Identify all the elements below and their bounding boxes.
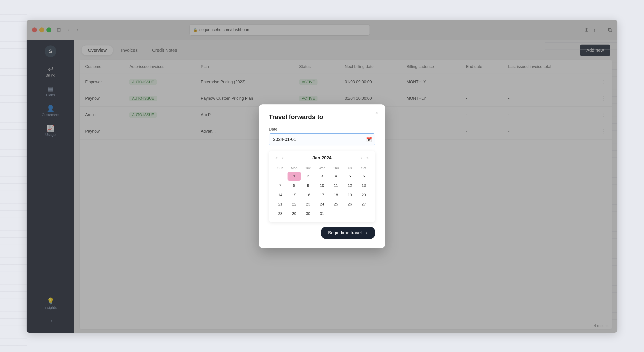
calendar-day-empty [343,209,357,218]
calendar-nav-prev: « ‹ [274,155,285,161]
calendar-grid: SunMonTueWedThuFriSat1234567891011121314… [274,165,370,218]
calendar-day[interactable]: 14 [274,191,287,200]
calendar-day-header: Sun [274,165,287,171]
calendar-day[interactable]: 17 [315,191,329,200]
calendar-day[interactable]: 20 [357,191,370,200]
calendar-day[interactable]: 1 [288,172,301,181]
calendar-day-header: Wed [315,165,329,171]
calendar-day[interactable]: 3 [315,172,329,181]
begin-button-label: Begin time travel [328,230,362,235]
calendar-day[interactable]: 22 [288,200,301,209]
calendar-day[interactable]: 24 [315,200,329,209]
next-year-button[interactable]: » [364,155,370,161]
calendar-day[interactable]: 29 [288,209,301,218]
calendar-day[interactable]: 23 [301,200,315,209]
modal-footer: Begin time travel → [269,222,375,239]
next-month-button[interactable]: › [359,155,364,161]
modal-overlay: Travel forwards to × Date 📅 « ‹ Jan 2024 [26,20,618,333]
modal-close-button[interactable]: × [372,109,380,117]
modal-title: Travel forwards to [269,113,375,121]
calendar-day-header: Mon [288,165,301,171]
calendar-icon: 📅 [366,137,372,142]
calendar: « ‹ Jan 2024 › » SunMonTueWedThuFriSat12… [269,151,375,222]
date-field-label: Date [269,127,375,132]
calendar-day-header: Sat [357,165,370,171]
date-input-wrapper: 📅 [269,134,375,145]
calendar-day[interactable]: 12 [343,181,357,190]
calendar-month-label: Jan 2024 [312,155,332,161]
calendar-day[interactable]: 4 [329,172,343,181]
calendar-day[interactable]: 19 [343,191,357,200]
calendar-day[interactable]: 7 [274,181,287,190]
calendar-day[interactable]: 6 [357,172,370,181]
calendar-day[interactable]: 13 [357,181,370,190]
calendar-day[interactable]: 11 [329,181,343,190]
calendar-day-header: Tue [301,165,315,171]
calendar-day-header: Thu [329,165,343,171]
time-travel-modal: Travel forwards to × Date 📅 « ‹ Jan 2024 [259,104,385,248]
calendar-day-empty [357,209,370,218]
browser-window: ⊞ ‹ › 🔒 sequencehq.com/dashboard ⊕ ↑ + ⧉… [26,20,618,333]
begin-time-travel-button[interactable]: Begin time travel → [321,227,375,239]
date-input[interactable] [269,134,375,145]
prev-year-button[interactable]: « [274,155,280,161]
calendar-toggle-button[interactable]: 📅 [366,137,372,143]
calendar-day-header: Fri [343,165,357,171]
calendar-day[interactable]: 25 [329,200,343,209]
calendar-day[interactable]: 31 [315,209,329,218]
calendar-day[interactable]: 10 [315,181,329,190]
calendar-day[interactable]: 30 [301,209,315,218]
calendar-day[interactable]: 18 [329,191,343,200]
begin-button-icon: → [364,230,368,235]
calendar-day[interactable]: 15 [288,191,301,200]
calendar-day[interactable]: 5 [343,172,357,181]
calendar-nav-next: › » [359,155,370,161]
calendar-day[interactable]: 8 [288,181,301,190]
calendar-day-empty [274,172,287,181]
calendar-day[interactable]: 26 [343,200,357,209]
calendar-day-empty [329,209,343,218]
calendar-day[interactable]: 21 [274,200,287,209]
calendar-day[interactable]: 28 [274,209,287,218]
prev-month-button[interactable]: ‹ [280,155,285,161]
calendar-day[interactable]: 16 [301,191,315,200]
calendar-header: « ‹ Jan 2024 › » [274,155,370,161]
calendar-day[interactable]: 9 [301,181,315,190]
calendar-day[interactable]: 2 [301,172,315,181]
calendar-day[interactable]: 27 [357,200,370,209]
